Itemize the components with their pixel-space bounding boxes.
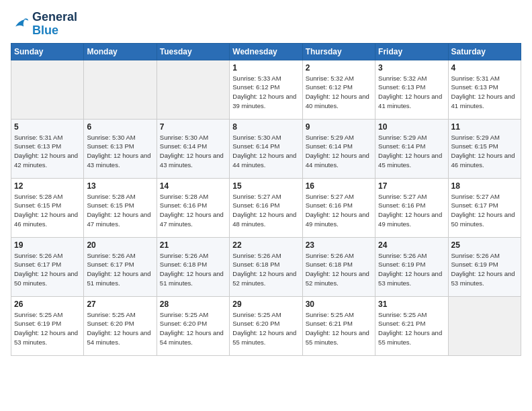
calendar-cell: 14Sunrise: 5:28 AM Sunset: 6:16 PM Dayli…: [157, 178, 229, 237]
calendar-week-row: 12Sunrise: 5:28 AM Sunset: 6:15 PM Dayli…: [11, 178, 521, 237]
calendar-body: 1Sunrise: 5:33 AM Sunset: 6:12 PM Daylig…: [11, 60, 521, 355]
calendar-cell: 5Sunrise: 5:31 AM Sunset: 6:13 PM Daylig…: [11, 119, 84, 178]
calendar-cell: 25Sunrise: 5:26 AM Sunset: 6:19 PM Dayli…: [448, 237, 521, 296]
weekday-header: Thursday: [302, 43, 375, 60]
day-number: 10: [378, 122, 445, 132]
day-number: 9: [306, 122, 372, 132]
calendar-week-row: 26Sunrise: 5:25 AM Sunset: 6:19 PM Dayli…: [11, 296, 521, 355]
day-number: 12: [14, 181, 81, 191]
day-info: Sunrise: 5:25 AM Sunset: 6:20 PM Dayligh…: [87, 310, 153, 347]
calendar-cell: 27Sunrise: 5:25 AM Sunset: 6:20 PM Dayli…: [84, 296, 157, 355]
calendar-cell: 19Sunrise: 5:26 AM Sunset: 6:17 PM Dayli…: [11, 237, 84, 296]
day-info: Sunrise: 5:25 AM Sunset: 6:21 PM Dayligh…: [378, 310, 445, 347]
day-info: Sunrise: 5:28 AM Sunset: 6:15 PM Dayligh…: [14, 192, 81, 229]
calendar-cell: [157, 60, 229, 119]
calendar-cell: 26Sunrise: 5:25 AM Sunset: 6:19 PM Dayli…: [11, 296, 84, 355]
logo-icon: [11, 15, 30, 34]
weekday-header: Friday: [375, 43, 448, 60]
day-number: 21: [160, 240, 226, 250]
day-number: 22: [232, 240, 299, 250]
calendar-cell: 22Sunrise: 5:26 AM Sunset: 6:18 PM Dayli…: [230, 237, 302, 296]
day-number: 14: [160, 181, 226, 191]
day-info: Sunrise: 5:30 AM Sunset: 6:14 PM Dayligh…: [160, 133, 226, 170]
calendar-cell: 28Sunrise: 5:25 AM Sunset: 6:20 PM Dayli…: [157, 296, 229, 355]
calendar-cell: 17Sunrise: 5:27 AM Sunset: 6:16 PM Dayli…: [375, 178, 448, 237]
calendar-cell: 23Sunrise: 5:26 AM Sunset: 6:18 PM Dayli…: [302, 237, 375, 296]
weekday-header: Wednesday: [230, 43, 302, 60]
calendar-cell: [84, 60, 157, 119]
day-number: 15: [232, 181, 299, 191]
day-info: Sunrise: 5:26 AM Sunset: 6:18 PM Dayligh…: [306, 251, 372, 288]
day-number: 16: [306, 181, 372, 191]
day-info: Sunrise: 5:26 AM Sunset: 6:17 PM Dayligh…: [14, 251, 81, 288]
calendar-cell: [11, 60, 84, 119]
day-number: 1: [232, 63, 299, 73]
calendar-cell: 21Sunrise: 5:26 AM Sunset: 6:18 PM Dayli…: [157, 237, 229, 296]
day-info: Sunrise: 5:27 AM Sunset: 6:17 PM Dayligh…: [451, 192, 518, 229]
day-info: Sunrise: 5:31 AM Sunset: 6:13 PM Dayligh…: [451, 74, 518, 111]
logo: General Blue: [11, 11, 77, 38]
day-info: Sunrise: 5:29 AM Sunset: 6:14 PM Dayligh…: [306, 133, 372, 170]
calendar-week-row: 19Sunrise: 5:26 AM Sunset: 6:17 PM Dayli…: [11, 237, 521, 296]
day-info: Sunrise: 5:25 AM Sunset: 6:20 PM Dayligh…: [160, 310, 226, 347]
day-number: 3: [378, 63, 445, 73]
logo-text: General Blue: [32, 11, 77, 38]
calendar-cell: 15Sunrise: 5:27 AM Sunset: 6:16 PM Dayli…: [230, 178, 302, 237]
day-number: 5: [14, 122, 81, 132]
day-info: Sunrise: 5:26 AM Sunset: 6:17 PM Dayligh…: [87, 251, 153, 288]
calendar-cell: 31Sunrise: 5:25 AM Sunset: 6:21 PM Dayli…: [375, 296, 448, 355]
day-info: Sunrise: 5:27 AM Sunset: 6:16 PM Dayligh…: [378, 192, 445, 229]
day-info: Sunrise: 5:26 AM Sunset: 6:19 PM Dayligh…: [378, 251, 445, 288]
day-number: 8: [232, 122, 299, 132]
day-number: 30: [306, 300, 372, 309]
calendar-cell: 4Sunrise: 5:31 AM Sunset: 6:13 PM Daylig…: [448, 60, 521, 119]
day-info: Sunrise: 5:30 AM Sunset: 6:14 PM Dayligh…: [232, 133, 299, 170]
calendar-week-row: 5Sunrise: 5:31 AM Sunset: 6:13 PM Daylig…: [11, 119, 521, 178]
day-number: 20: [87, 240, 153, 250]
calendar-cell: 24Sunrise: 5:26 AM Sunset: 6:19 PM Dayli…: [375, 237, 448, 296]
day-info: Sunrise: 5:28 AM Sunset: 6:15 PM Dayligh…: [87, 192, 153, 229]
calendar-header-row: SundayMondayTuesdayWednesdayThursdayFrid…: [11, 43, 521, 60]
weekday-header: Monday: [84, 43, 157, 60]
calendar-cell: 16Sunrise: 5:27 AM Sunset: 6:16 PM Dayli…: [302, 178, 375, 237]
day-number: 6: [87, 122, 153, 132]
day-info: Sunrise: 5:29 AM Sunset: 6:14 PM Dayligh…: [378, 133, 445, 170]
weekday-header: Saturday: [448, 43, 521, 60]
calendar-cell: 1Sunrise: 5:33 AM Sunset: 6:12 PM Daylig…: [230, 60, 302, 119]
day-number: 23: [306, 240, 372, 250]
calendar-week-row: 1Sunrise: 5:33 AM Sunset: 6:12 PM Daylig…: [11, 60, 521, 119]
day-info: Sunrise: 5:25 AM Sunset: 6:19 PM Dayligh…: [14, 310, 81, 347]
calendar-cell: 18Sunrise: 5:27 AM Sunset: 6:17 PM Dayli…: [448, 178, 521, 237]
day-info: Sunrise: 5:25 AM Sunset: 6:21 PM Dayligh…: [306, 310, 372, 347]
day-info: Sunrise: 5:26 AM Sunset: 6:18 PM Dayligh…: [232, 251, 299, 288]
day-number: 19: [14, 240, 81, 250]
calendar-cell: 10Sunrise: 5:29 AM Sunset: 6:14 PM Dayli…: [375, 119, 448, 178]
calendar-cell: 13Sunrise: 5:28 AM Sunset: 6:15 PM Dayli…: [84, 178, 157, 237]
calendar-cell: 11Sunrise: 5:29 AM Sunset: 6:15 PM Dayli…: [448, 119, 521, 178]
day-info: Sunrise: 5:26 AM Sunset: 6:19 PM Dayligh…: [451, 251, 518, 288]
calendar-cell: 20Sunrise: 5:26 AM Sunset: 6:17 PM Dayli…: [84, 237, 157, 296]
calendar-cell: 6Sunrise: 5:30 AM Sunset: 6:13 PM Daylig…: [84, 119, 157, 178]
day-number: 25: [451, 240, 518, 250]
day-number: 27: [87, 300, 153, 309]
day-number: 18: [451, 181, 518, 191]
day-number: 4: [451, 63, 518, 73]
day-number: 7: [160, 122, 226, 132]
calendar-table: SundayMondayTuesdayWednesdayThursdayFrid…: [11, 43, 521, 356]
day-number: 2: [306, 63, 372, 73]
weekday-header: Sunday: [11, 43, 84, 60]
calendar-cell: 2Sunrise: 5:32 AM Sunset: 6:12 PM Daylig…: [302, 60, 375, 119]
calendar-cell: 30Sunrise: 5:25 AM Sunset: 6:21 PM Dayli…: [302, 296, 375, 355]
day-info: Sunrise: 5:25 AM Sunset: 6:20 PM Dayligh…: [232, 310, 299, 347]
calendar-cell: [448, 296, 521, 355]
day-number: 17: [378, 181, 445, 191]
day-number: 29: [232, 300, 299, 309]
calendar-cell: 29Sunrise: 5:25 AM Sunset: 6:20 PM Dayli…: [230, 296, 302, 355]
day-info: Sunrise: 5:31 AM Sunset: 6:13 PM Dayligh…: [14, 133, 81, 170]
weekday-header: Tuesday: [157, 43, 229, 60]
day-info: Sunrise: 5:30 AM Sunset: 6:13 PM Dayligh…: [87, 133, 153, 170]
day-info: Sunrise: 5:33 AM Sunset: 6:12 PM Dayligh…: [232, 74, 299, 111]
day-info: Sunrise: 5:28 AM Sunset: 6:16 PM Dayligh…: [160, 192, 226, 229]
day-info: Sunrise: 5:32 AM Sunset: 6:12 PM Dayligh…: [306, 74, 372, 111]
day-info: Sunrise: 5:29 AM Sunset: 6:15 PM Dayligh…: [451, 133, 518, 170]
